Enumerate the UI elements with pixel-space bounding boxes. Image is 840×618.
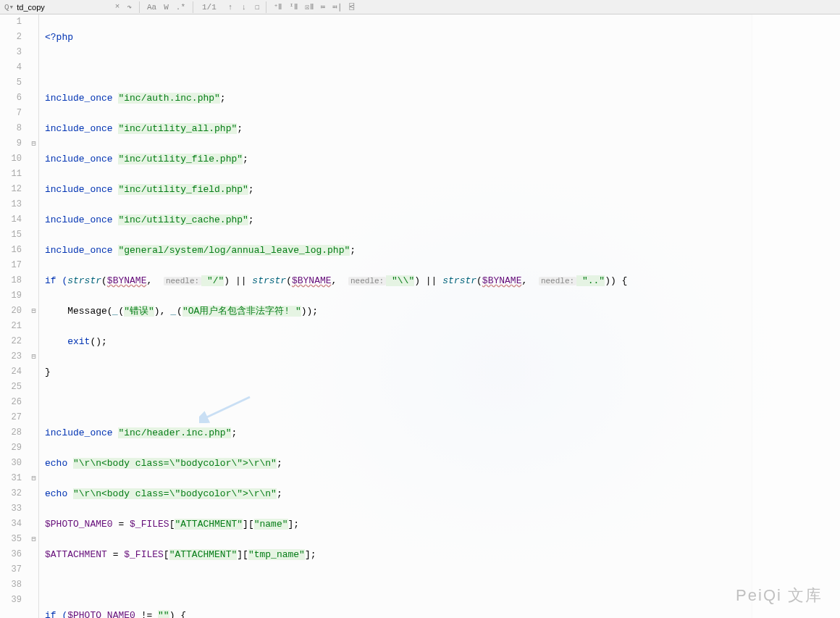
next-match-icon[interactable]: ↓	[240, 3, 248, 12]
filter-icon[interactable]: ⍃	[348, 2, 356, 12]
add-selection-icon[interactable]: ⁺Ⅱ	[272, 2, 284, 12]
select-occurrences-alt-icon[interactable]: ≕∣	[331, 2, 343, 12]
match-counter: 1/1	[195, 3, 224, 12]
select-occurrences-icon[interactable]: ≔	[319, 2, 327, 12]
history-icon[interactable]: ↷	[125, 2, 133, 12]
separator	[266, 1, 266, 13]
code-area[interactable]: <?php include_once "inc/auth.inc.php"; i…	[39, 14, 840, 618]
match-word-toggle[interactable]: W	[162, 3, 170, 12]
remove-selection-icon[interactable]: ☒Ⅱ	[303, 2, 315, 12]
search-box: Q▾ × ↷	[0, 2, 138, 12]
search-input[interactable]	[17, 3, 104, 12]
regex-toggle[interactable]: .*	[175, 3, 187, 12]
close-icon[interactable]: ×	[114, 2, 122, 12]
select-all-icon[interactable]: ᴵⅡ	[287, 2, 299, 12]
fold-column: ⊟⊟⊟⊟⊟	[29, 14, 39, 618]
separator	[139, 1, 140, 13]
search-icon: Q▾	[4, 2, 14, 12]
new-window-icon[interactable]: ☐	[253, 2, 261, 12]
prev-match-icon[interactable]: ↑	[227, 3, 235, 12]
find-toolbar: Q▾ × ↷ Aa W .* 1/1 ↑ ↓ ☐ ⁺Ⅱ ᴵⅡ ☒Ⅱ ≔ ≕∣ ⍃	[0, 0, 840, 14]
line-number-gutter: 1234567891011121314151617181920212223242…	[0, 14, 29, 618]
match-case-toggle[interactable]: Aa	[146, 3, 158, 12]
separator	[193, 1, 193, 13]
editor: 1234567891011121314151617181920212223242…	[0, 14, 840, 618]
